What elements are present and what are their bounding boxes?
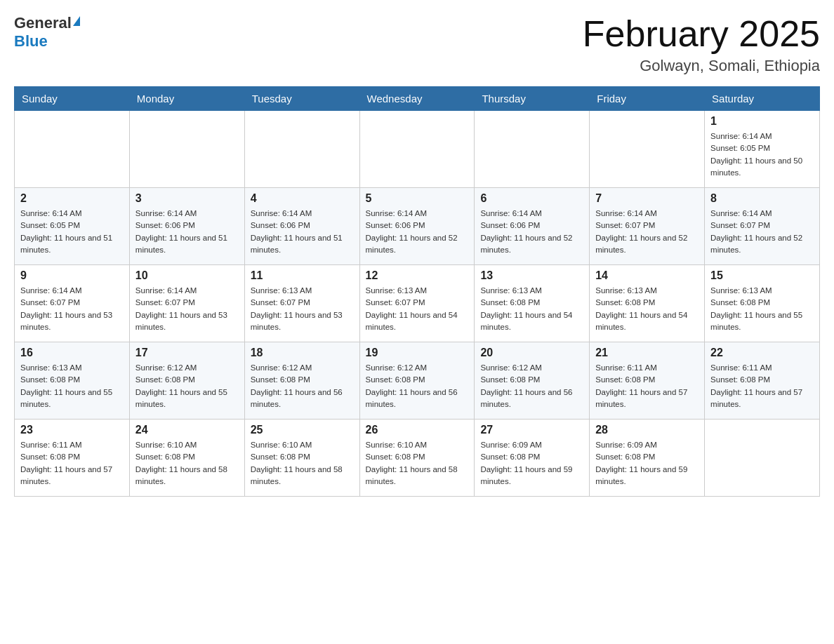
day-number: 19 <box>366 347 469 359</box>
calendar-cell: 14Sunrise: 6:13 AMSunset: 6:08 PMDayligh… <box>590 265 705 342</box>
weekday-header-monday: Monday <box>129 87 244 111</box>
day-info: Sunrise: 6:12 AMSunset: 6:08 PMDaylight:… <box>366 362 469 410</box>
day-number: 18 <box>251 347 354 359</box>
week-row-1: 1Sunrise: 6:14 AMSunset: 6:05 PMDaylight… <box>15 111 820 188</box>
day-number: 17 <box>135 347 239 359</box>
day-number: 13 <box>480 269 583 282</box>
day-info: Sunrise: 6:12 AMSunset: 6:08 PMDaylight:… <box>480 362 583 410</box>
day-number: 28 <box>595 424 699 436</box>
calendar-cell <box>705 420 820 497</box>
calendar-cell: 3Sunrise: 6:14 AMSunset: 6:06 PMDaylight… <box>129 188 244 265</box>
calendar-cell: 2Sunrise: 6:14 AMSunset: 6:05 PMDaylight… <box>15 188 130 265</box>
weekday-header-wednesday: Wednesday <box>359 87 475 111</box>
day-number: 2 <box>20 192 124 205</box>
calendar-cell: 24Sunrise: 6:10 AMSunset: 6:08 PMDayligh… <box>129 420 244 497</box>
weekday-header-friday: Friday <box>590 87 705 111</box>
day-number: 22 <box>710 347 814 359</box>
day-number: 8 <box>710 192 814 205</box>
weekday-header-saturday: Saturday <box>705 87 820 111</box>
day-number: 11 <box>251 269 354 282</box>
week-row-4: 16Sunrise: 6:13 AMSunset: 6:08 PMDayligh… <box>15 342 820 420</box>
day-info: Sunrise: 6:14 AMSunset: 6:07 PMDaylight:… <box>710 208 814 256</box>
day-info: Sunrise: 6:14 AMSunset: 6:05 PMDaylight:… <box>20 208 124 256</box>
calendar-cell: 18Sunrise: 6:12 AMSunset: 6:08 PMDayligh… <box>244 342 359 420</box>
day-number: 16 <box>20 347 124 359</box>
month-title: February 2025 <box>583 14 820 54</box>
week-row-2: 2Sunrise: 6:14 AMSunset: 6:05 PMDaylight… <box>15 188 820 265</box>
calendar-cell: 25Sunrise: 6:10 AMSunset: 6:08 PMDayligh… <box>244 420 359 497</box>
day-info: Sunrise: 6:10 AMSunset: 6:08 PMDaylight:… <box>251 439 354 488</box>
calendar-cell: 8Sunrise: 6:14 AMSunset: 6:07 PMDaylight… <box>705 188 820 265</box>
calendar-cell: 26Sunrise: 6:10 AMSunset: 6:08 PMDayligh… <box>359 420 475 497</box>
calendar-table: SundayMondayTuesdayWednesdayThursdayFrid… <box>14 86 820 497</box>
day-info: Sunrise: 6:09 AMSunset: 6:08 PMDaylight:… <box>480 439 583 488</box>
day-number: 12 <box>366 269 469 282</box>
day-number: 26 <box>366 424 469 436</box>
logo-blue-text: Blue <box>14 32 48 51</box>
week-row-5: 23Sunrise: 6:11 AMSunset: 6:08 PMDayligh… <box>15 420 820 497</box>
day-info: Sunrise: 6:13 AMSunset: 6:08 PMDaylight:… <box>595 285 699 333</box>
day-number: 3 <box>135 192 239 205</box>
day-number: 1 <box>710 115 814 128</box>
calendar-cell: 9Sunrise: 6:14 AMSunset: 6:07 PMDaylight… <box>15 265 130 342</box>
day-info: Sunrise: 6:10 AMSunset: 6:08 PMDaylight:… <box>135 439 239 488</box>
weekday-header-tuesday: Tuesday <box>244 87 359 111</box>
day-number: 23 <box>20 424 124 436</box>
day-info: Sunrise: 6:13 AMSunset: 6:07 PMDaylight:… <box>366 285 469 333</box>
day-info: Sunrise: 6:13 AMSunset: 6:08 PMDaylight:… <box>710 285 814 333</box>
day-info: Sunrise: 6:14 AMSunset: 6:07 PMDaylight:… <box>135 285 239 333</box>
day-info: Sunrise: 6:13 AMSunset: 6:08 PMDaylight:… <box>20 362 124 410</box>
calendar-cell: 6Sunrise: 6:14 AMSunset: 6:06 PMDaylight… <box>475 188 590 265</box>
logo: General Blue <box>14 14 80 51</box>
day-info: Sunrise: 6:14 AMSunset: 6:05 PMDaylight:… <box>710 130 814 179</box>
day-info: Sunrise: 6:14 AMSunset: 6:06 PMDaylight:… <box>135 208 239 256</box>
day-info: Sunrise: 6:09 AMSunset: 6:08 PMDaylight:… <box>595 439 699 488</box>
calendar-cell: 20Sunrise: 6:12 AMSunset: 6:08 PMDayligh… <box>475 342 590 420</box>
calendar-cell: 1Sunrise: 6:14 AMSunset: 6:05 PMDaylight… <box>705 111 820 188</box>
page-header: General Blue February 2025 Golwayn, Soma… <box>14 14 820 75</box>
location-title: Golwayn, Somali, Ethiopia <box>583 57 820 75</box>
day-info: Sunrise: 6:11 AMSunset: 6:08 PMDaylight:… <box>595 362 699 410</box>
day-info: Sunrise: 6:12 AMSunset: 6:08 PMDaylight:… <box>251 362 354 410</box>
calendar-cell <box>129 111 244 188</box>
calendar-cell: 23Sunrise: 6:11 AMSunset: 6:08 PMDayligh… <box>15 420 130 497</box>
logo-triangle-icon <box>73 16 80 26</box>
calendar-cell: 12Sunrise: 6:13 AMSunset: 6:07 PMDayligh… <box>359 265 475 342</box>
weekday-header-sunday: Sunday <box>15 87 130 111</box>
day-number: 20 <box>480 347 583 359</box>
day-info: Sunrise: 6:14 AMSunset: 6:07 PMDaylight:… <box>595 208 699 256</box>
calendar-cell: 19Sunrise: 6:12 AMSunset: 6:08 PMDayligh… <box>359 342 475 420</box>
title-block: February 2025 Golwayn, Somali, Ethiopia <box>583 14 820 75</box>
calendar-cell: 28Sunrise: 6:09 AMSunset: 6:08 PMDayligh… <box>590 420 705 497</box>
day-info: Sunrise: 6:11 AMSunset: 6:08 PMDaylight:… <box>20 439 124 488</box>
day-info: Sunrise: 6:14 AMSunset: 6:06 PMDaylight:… <box>480 208 583 256</box>
day-number: 21 <box>595 347 699 359</box>
calendar-cell <box>244 111 359 188</box>
day-number: 6 <box>480 192 583 205</box>
day-number: 27 <box>480 424 583 436</box>
day-number: 14 <box>595 269 699 282</box>
day-info: Sunrise: 6:13 AMSunset: 6:07 PMDaylight:… <box>251 285 354 333</box>
weekday-header-thursday: Thursday <box>475 87 590 111</box>
calendar-cell: 10Sunrise: 6:14 AMSunset: 6:07 PMDayligh… <box>129 265 244 342</box>
logo-general-text: General <box>14 14 72 32</box>
day-info: Sunrise: 6:14 AMSunset: 6:06 PMDaylight:… <box>251 208 354 256</box>
day-info: Sunrise: 6:10 AMSunset: 6:08 PMDaylight:… <box>366 439 469 488</box>
calendar-cell <box>590 111 705 188</box>
calendar-cell: 4Sunrise: 6:14 AMSunset: 6:06 PMDaylight… <box>244 188 359 265</box>
day-number: 10 <box>135 269 239 282</box>
day-info: Sunrise: 6:12 AMSunset: 6:08 PMDaylight:… <box>135 362 239 410</box>
day-number: 25 <box>251 424 354 436</box>
calendar-cell: 11Sunrise: 6:13 AMSunset: 6:07 PMDayligh… <box>244 265 359 342</box>
calendar-cell <box>15 111 130 188</box>
day-number: 24 <box>135 424 239 436</box>
day-number: 15 <box>710 269 814 282</box>
calendar-cell: 17Sunrise: 6:12 AMSunset: 6:08 PMDayligh… <box>129 342 244 420</box>
week-row-3: 9Sunrise: 6:14 AMSunset: 6:07 PMDaylight… <box>15 265 820 342</box>
calendar-cell <box>359 111 475 188</box>
calendar-cell: 15Sunrise: 6:13 AMSunset: 6:08 PMDayligh… <box>705 265 820 342</box>
weekday-header-row: SundayMondayTuesdayWednesdayThursdayFrid… <box>15 87 820 111</box>
day-number: 4 <box>251 192 354 205</box>
day-info: Sunrise: 6:14 AMSunset: 6:06 PMDaylight:… <box>366 208 469 256</box>
calendar-cell: 7Sunrise: 6:14 AMSunset: 6:07 PMDaylight… <box>590 188 705 265</box>
